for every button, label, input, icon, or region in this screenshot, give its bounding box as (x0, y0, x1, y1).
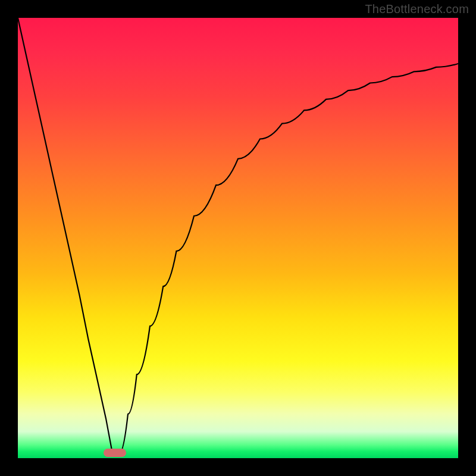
curve-left-branch (18, 18, 112, 454)
attribution-text: TheBottleneck.com (365, 2, 469, 16)
plot-area (18, 18, 458, 458)
bottleneck-curve (18, 18, 458, 458)
optimal-marker (104, 449, 126, 457)
curve-right-branch (119, 64, 458, 454)
chart-frame: TheBottleneck.com (0, 0, 476, 476)
